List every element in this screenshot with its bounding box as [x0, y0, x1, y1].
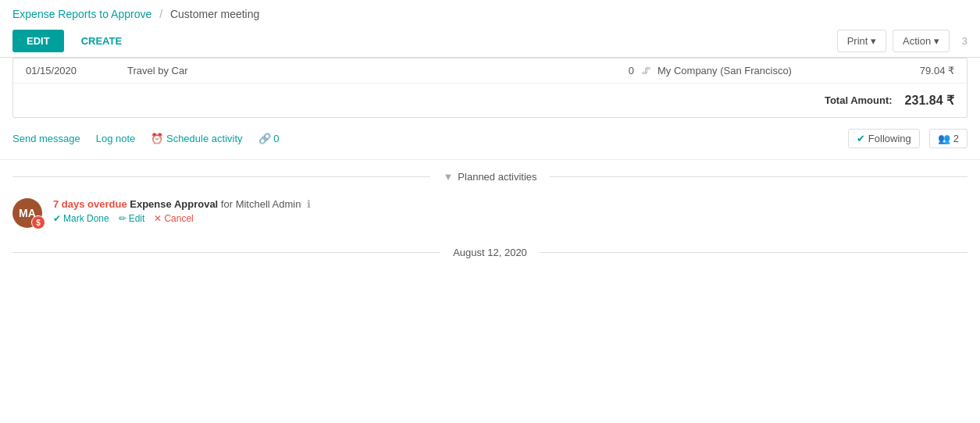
link-icon: 🔗	[258, 133, 271, 144]
overdue-text: 7 days overdue	[53, 198, 127, 210]
page-number: 3	[962, 35, 968, 47]
print-button[interactable]: Print ▾	[837, 30, 886, 52]
chatter-toolbar: Send message Log note ⏰ Schedule activit…	[0, 118, 980, 160]
expense-table: 01/15/2020 Travel by Car 0 🖇 My Company …	[12, 58, 968, 118]
chatter-right: ✔ Following 👥 2	[848, 129, 968, 148]
breadcrumb: Expense Reports to Approve / Customer me…	[0, 0, 980, 25]
avatar-wrapper: MA $	[12, 198, 44, 228]
table-cell-quantity: 0	[572, 65, 634, 76]
followers-button[interactable]: 👥 2	[929, 129, 968, 148]
avatar-badge: $	[31, 215, 45, 229]
total-row: Total Amount: 231.84 ₹	[13, 84, 967, 117]
table-cell-amount: 79.04 ₹	[861, 65, 954, 76]
following-button[interactable]: ✔ Following	[848, 129, 920, 148]
table-cell-description: Travel by Car	[127, 65, 572, 76]
send-message-button[interactable]: Send message	[12, 130, 90, 148]
paperclip-icon: 🖇	[641, 65, 651, 76]
cancel-activity-button[interactable]: ✕ Cancel	[154, 213, 193, 224]
check-icon: ✔	[857, 133, 865, 144]
total-label: Total Amount:	[825, 94, 893, 106]
edit-activity-button[interactable]: ✏ Edit	[119, 213, 145, 224]
breadcrumb-current: Customer meeting	[170, 8, 259, 20]
breadcrumb-separator: /	[159, 8, 162, 20]
activity-user: Mitchell Admin	[236, 198, 301, 210]
table-cell-company: My Company (San Francisco)	[657, 65, 861, 76]
breadcrumb-parent[interactable]: Expense Reports to Approve	[12, 8, 151, 20]
activity-content: 7 days overdue Expense Approval for Mitc…	[53, 198, 968, 224]
person-icon: 👥	[938, 133, 950, 144]
table-cell-date: 01/15/2020	[26, 65, 127, 76]
mark-done-button[interactable]: ✔ Mark Done	[53, 213, 109, 224]
log-note-button[interactable]: Log note	[96, 130, 145, 148]
table-cell-attachment: 🖇	[634, 65, 657, 76]
activity-item: MA $ 7 days overdue Expense Approval for…	[0, 187, 980, 239]
cancel-icon: ✕	[154, 213, 162, 224]
total-value: 231.84 ₹	[905, 93, 954, 108]
activity-for-text: for	[221, 198, 233, 210]
date-divider: August 12, 2020	[0, 239, 980, 266]
action-button[interactable]: Action ▾	[893, 30, 950, 52]
planned-activities-section: ▼ Planned activities	[0, 160, 980, 187]
create-button[interactable]: CREATE	[70, 30, 133, 52]
table-row: 01/15/2020 Travel by Car 0 🖇 My Company …	[13, 59, 967, 84]
toolbar-right: Print ▾ Action ▾ 3	[837, 30, 968, 52]
clock-icon: ⏰	[151, 133, 163, 144]
edit-button[interactable]: EDIT	[12, 30, 64, 52]
activity-title: 7 days overdue Expense Approval for Mitc…	[53, 198, 968, 210]
toolbar: EDIT CREATE Print ▾ Action ▾ 3	[0, 25, 980, 58]
activity-type: Expense Approval	[130, 198, 218, 210]
edit-icon: ✏	[119, 213, 127, 224]
planned-activities-label: Planned activities	[458, 171, 536, 183]
info-icon[interactable]: ℹ	[307, 198, 311, 210]
check-small-icon: ✔	[53, 213, 61, 224]
schedule-activity-button[interactable]: ⏰ Schedule activity	[151, 130, 251, 148]
activity-actions: ✔ Mark Done ✏ Edit ✕ Cancel	[53, 213, 968, 224]
followers-count-button[interactable]: 🔗 0	[258, 130, 289, 148]
date-divider-label: August 12, 2020	[453, 247, 527, 258]
caret-down-icon: ▼	[443, 171, 453, 183]
